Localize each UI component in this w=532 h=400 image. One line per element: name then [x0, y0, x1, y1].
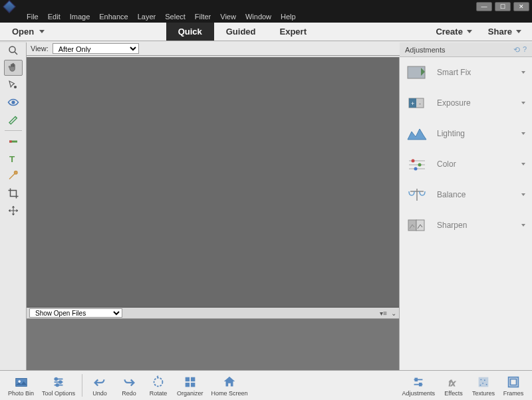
svg-rect-35	[191, 382, 195, 386]
adjustment-exposure[interactable]: +-Exposure	[400, 88, 532, 118]
svg-point-29	[59, 381, 62, 383]
svg-point-18	[414, 167, 418, 171]
svg-rect-21	[408, 220, 416, 231]
adjustment-balance[interactable]: Balance	[400, 179, 532, 210]
chevron-down-icon	[39, 30, 45, 33]
menu-view[interactable]: View	[220, 13, 236, 21]
svg-point-16	[412, 159, 415, 163]
svg-rect-22	[416, 220, 424, 231]
menu-bar: FileEditImageEnhanceLayerSelectFilterVie…	[0, 12, 532, 23]
view-label: View:	[31, 45, 49, 52]
menu-window[interactable]: Window	[245, 13, 271, 21]
sharpen-icon	[406, 217, 428, 234]
organizer-icon	[183, 375, 198, 389]
menu-filter[interactable]: Filter	[195, 13, 211, 21]
svg-point-30	[56, 383, 59, 386]
bin-collapse-icon[interactable]: ⌄	[391, 310, 396, 317]
bin-menu-icon[interactable]: ▾≡	[380, 310, 387, 317]
mode-tabs: QuickGuidedExpert	[166, 23, 319, 41]
close-button[interactable]: ✕	[513, 2, 529, 11]
adjustment-sharpen[interactable]: Sharpen	[400, 210, 532, 241]
chevron-down-icon	[516, 30, 521, 33]
bb-photobin[interactable]: Photo Bin	[4, 375, 38, 397]
bb-adjustments[interactable]: Adjustments	[398, 375, 439, 397]
menu-image[interactable]: Image	[70, 13, 90, 21]
menu-edit[interactable]: Edit	[48, 13, 61, 21]
svg-rect-48	[510, 379, 516, 385]
bb-home[interactable]: Home Screen	[207, 375, 252, 397]
redo-icon	[122, 375, 136, 389]
svg-point-44	[482, 382, 483, 383]
bb-frames[interactable]: Frames	[499, 375, 528, 397]
tool-zoom[interactable]	[4, 43, 23, 58]
create-button[interactable]: Create	[428, 27, 479, 37]
effects-icon: fx	[446, 375, 461, 389]
svg-rect-23	[15, 378, 27, 386]
svg-rect-39	[420, 383, 422, 385]
share-button[interactable]: Share	[480, 27, 529, 37]
chevron-down-icon	[521, 193, 525, 196]
home-icon	[222, 375, 237, 389]
svg-text:-: -	[419, 100, 421, 107]
view-select[interactable]: After Only	[53, 43, 139, 54]
balance-icon	[406, 186, 428, 203]
adjustments-panel: Adjustments ⟲ ? Smart Fix+-ExposureLight…	[399, 57, 532, 370]
bb-rotate[interactable]: Rotate	[144, 375, 173, 397]
svg-rect-34	[185, 382, 189, 386]
photo-bin-header: Show Open Files ▾≡ ⌄	[27, 308, 399, 319]
adjustments-header: Adjustments ⟲ ?	[400, 43, 532, 57]
tab-expert[interactable]: Expert	[268, 23, 319, 41]
menu-select[interactable]: Select	[165, 13, 186, 21]
mode-bar: Open QuickGuidedExpert Create Share	[0, 23, 532, 41]
tab-quick[interactable]: Quick	[166, 23, 214, 41]
svg-text:fx: fx	[449, 377, 456, 387]
bb-tooloptions[interactable]: Tool Options	[38, 375, 79, 397]
svg-point-46	[479, 384, 481, 385]
svg-point-28	[55, 377, 58, 380]
adjustment-smartfix[interactable]: Smart Fix	[400, 57, 532, 88]
svg-point-31	[154, 377, 163, 386]
svg-rect-38	[416, 378, 418, 381]
svg-text:+: +	[411, 100, 414, 107]
menu-layer[interactable]: Layer	[138, 13, 156, 21]
help-icon[interactable]: ?	[523, 45, 527, 54]
chevron-down-icon	[521, 71, 525, 74]
adjustment-lighting[interactable]: Lighting	[400, 118, 532, 149]
rotate-icon	[151, 375, 166, 389]
chevron-down-icon	[521, 163, 525, 165]
tooloptions-icon	[51, 375, 66, 389]
bb-redo[interactable]: Redo	[114, 375, 144, 397]
chevron-down-icon	[467, 30, 472, 33]
adjustment-color[interactable]: Color	[400, 149, 532, 179]
bb-undo[interactable]: Undo	[85, 375, 114, 397]
svg-point-0	[9, 47, 15, 52]
bb-textures[interactable]: Textures	[468, 375, 499, 397]
open-button[interactable]: Open	[0, 27, 57, 37]
menu-help[interactable]: Help	[281, 13, 296, 21]
maximize-button[interactable]: ☐	[495, 2, 511, 11]
frames-icon	[506, 375, 521, 389]
bb-organizer[interactable]: Organizer	[173, 375, 207, 397]
svg-point-24	[18, 380, 21, 383]
color-icon	[406, 155, 428, 173]
minimize-button[interactable]: —	[476, 2, 492, 11]
tab-guided[interactable]: Guided	[214, 23, 268, 41]
photo-bin: Show Open Files ▾≡ ⌄	[27, 307, 399, 370]
svg-line-1	[15, 52, 17, 54]
bb-effects[interactable]: fxEffects	[439, 375, 468, 397]
svg-point-17	[418, 163, 422, 167]
chevron-down-icon	[521, 102, 525, 104]
chevron-down-icon	[521, 224, 525, 227]
photobin-icon	[14, 375, 29, 389]
smartfix-icon	[406, 64, 428, 81]
undo-icon	[92, 375, 107, 389]
textures-icon	[476, 375, 491, 389]
menu-file[interactable]: File	[27, 13, 39, 21]
svg-point-45	[486, 383, 487, 385]
adjustments-icon	[411, 375, 426, 389]
menu-enhance[interactable]: Enhance	[99, 13, 128, 21]
reset-icon[interactable]: ⟲	[513, 45, 520, 54]
photo-bin-select[interactable]: Show Open Files	[29, 308, 122, 318]
svg-point-42	[480, 379, 481, 380]
lighting-icon	[406, 125, 428, 142]
